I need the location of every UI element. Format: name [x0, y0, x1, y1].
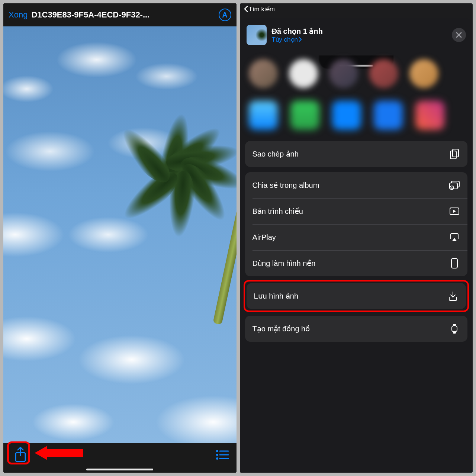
action-slideshow[interactable]: Bản trình chiếu	[245, 198, 468, 224]
svg-rect-16	[452, 326, 457, 332]
copy-icon	[449, 148, 460, 160]
home-indicator	[86, 469, 153, 470]
action-shared-album[interactable]: Chia sẻ trong album	[245, 172, 468, 198]
svg-point-13	[451, 187, 452, 187]
close-icon	[456, 32, 462, 38]
svg-point-12	[450, 186, 454, 190]
action-create-watchface[interactable]: Tạo mặt đồng hồ	[245, 316, 468, 342]
watch-icon	[449, 323, 460, 334]
share-sheet-pane: Tìm kiếm Đã chọn 1 ảnh Tùy chọn	[240, 3, 473, 473]
back-to-search[interactable]: Tìm kiếm	[240, 3, 473, 14]
arrow-annotation	[35, 443, 83, 463]
action-list: Sao chép ảnh Chia sẻ trong album Bản trì…	[240, 141, 473, 342]
share-apps-row[interactable]	[240, 97, 473, 141]
action-save-image[interactable]: Lưu hình ảnh	[247, 283, 466, 309]
svg-point-3	[216, 454, 218, 456]
done-button[interactable]: Xong	[9, 10, 28, 20]
file-title: D1C39E83-9F5A-4ECD-9F32-...	[31, 10, 215, 20]
svg-rect-7	[47, 449, 83, 457]
svg-rect-8	[450, 151, 456, 159]
action-label: Dùng làm hình nền	[253, 259, 316, 268]
sheet-header: Đã chọn 1 ảnh Tùy chọn	[240, 18, 473, 50]
svg-rect-17	[453, 324, 456, 326]
sheet-title: Đã chọn 1 ảnh	[272, 27, 447, 36]
markup-icon[interactable]: A	[219, 9, 231, 21]
play-rect-icon	[449, 206, 460, 217]
airdrop-contacts-row[interactable]	[240, 50, 473, 97]
action-label: AirPlay	[253, 233, 276, 242]
action-copy-photo[interactable]: Sao chép ảnh	[245, 141, 468, 167]
album-person-icon	[449, 180, 460, 191]
download-icon	[447, 290, 459, 302]
action-label: Bản trình chiếu	[253, 207, 303, 216]
list-button[interactable]	[216, 450, 229, 460]
share-sheet: Đã chọn 1 ảnh Tùy chọn	[240, 18, 473, 473]
action-label: Tạo mặt đồng hồ	[253, 324, 310, 333]
action-label: Chia sẻ trong album	[253, 181, 319, 190]
svg-point-5	[216, 458, 218, 459]
palm-tree	[125, 119, 237, 324]
phone-icon	[449, 258, 460, 269]
save-highlight-box: Lưu hình ảnh	[244, 280, 469, 312]
action-label: Lưu hình ảnh	[254, 292, 299, 300]
back-label: Tìm kiếm	[249, 5, 275, 13]
svg-rect-9	[453, 149, 459, 157]
photo-content[interactable]	[3, 26, 237, 443]
selection-thumbnail	[247, 25, 267, 45]
share-highlight-box	[7, 441, 30, 464]
photo-preview-pane: Xong D1C39E83-9F5A-4ECD-9F32-... A	[3, 3, 237, 473]
action-airplay[interactable]: AirPlay	[245, 224, 468, 250]
action-wallpaper[interactable]: Dùng làm hình nền	[245, 250, 468, 276]
airplay-icon	[449, 232, 460, 243]
options-button[interactable]: Tùy chọn	[272, 36, 447, 44]
svg-point-1	[216, 451, 218, 452]
action-label: Sao chép ảnh	[253, 149, 299, 158]
svg-rect-15	[451, 258, 457, 268]
preview-header: Xong D1C39E83-9F5A-4ECD-9F32-... A	[3, 3, 237, 26]
close-button[interactable]	[452, 28, 466, 42]
svg-rect-18	[453, 332, 456, 334]
chevron-left-icon	[244, 6, 248, 12]
chevron-right-icon	[299, 37, 302, 42]
